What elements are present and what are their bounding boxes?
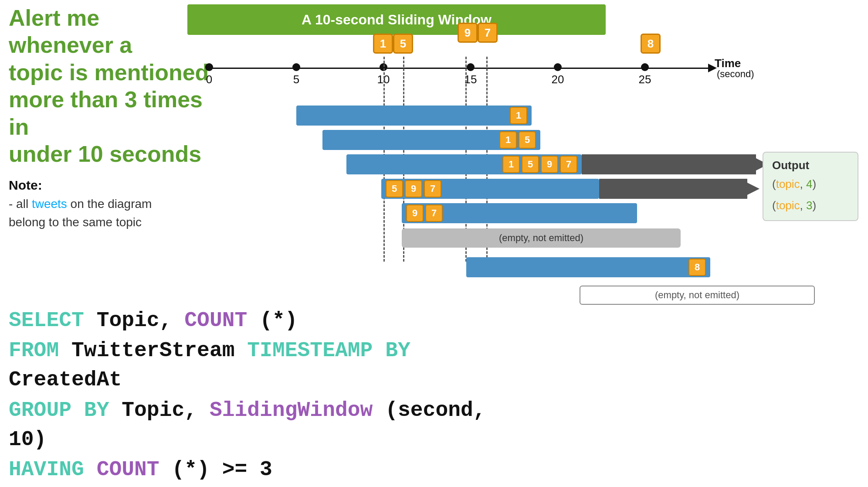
tweets-highlight: tweets — [32, 197, 67, 211]
bar-badge-9c: 9 — [406, 204, 424, 222]
empty-label-2: (empty, not emitted) — [580, 286, 815, 305]
window-bar-row3-blue: 1 5 9 7 — [346, 154, 582, 174]
alert-text: Alert me whenever a topic is mentioned m… — [9, 4, 209, 167]
output-panel: Output (topic, 4) (topic, 3) — [763, 152, 858, 221]
window-bar-row3-dark — [582, 154, 756, 174]
tick-dot-20 — [554, 63, 562, 71]
bar-badge-5b: 5 — [522, 156, 539, 173]
bar-badge-5a: 5 — [519, 131, 536, 149]
alert-line3: more than 3 times in — [9, 87, 203, 139]
bar-badge-9b: 9 — [405, 180, 422, 198]
alert-line4: under 10 seconds — [9, 141, 201, 167]
output-title: Output — [772, 159, 849, 172]
bar-badge-1a: 1 — [510, 107, 527, 124]
note-label: Note: — [9, 178, 42, 192]
empty-label-1: (empty, not emitted) — [402, 228, 681, 248]
timeline-line — [209, 68, 710, 69]
output-item-4: (topic, 4) — [772, 177, 849, 191]
output-item-3: (topic, 3) — [772, 199, 849, 212]
sql-line-3: GROUP BY Topic, SlidingWindow (second, 1… — [9, 396, 488, 454]
sql-sliding: SlidingWindow — [210, 398, 373, 422]
sql-select: SELECT — [9, 309, 84, 332]
tick-label-25: 25 — [639, 73, 651, 86]
bar-badge-8: 8 — [688, 259, 706, 276]
event-badge-5: 5 — [393, 34, 413, 54]
bar4-arrow — [747, 183, 760, 195]
bar-badge-1c: 1 — [502, 156, 520, 173]
sql-line-1: SELECT Topic, COUNT (*) — [9, 306, 488, 335]
tick-dot-5 — [292, 63, 300, 71]
sql-area: SELECT Topic, COUNT (*) FROM TwitterStre… — [9, 305, 488, 485]
window-bar-row4-dark — [599, 179, 747, 199]
event-badge-1: 1 — [373, 34, 393, 54]
sql-line-4: HAVING COUNT (*) >= 3 — [9, 455, 488, 484]
sql-count-1: COUNT — [184, 309, 247, 332]
window-bar-row1: 1 — [296, 106, 532, 126]
sql-count-2: COUNT — [97, 458, 159, 481]
note-section: Note: - all tweets on the diagram belong… — [9, 175, 209, 232]
window-bar-row3-container: 1 5 9 7 (topic, 4) — [346, 154, 821, 174]
tick-dot-0 — [205, 63, 213, 71]
sql-having: HAVING — [9, 458, 84, 481]
sql-timestamp: TIMESTEAMP BY — [247, 339, 410, 362]
event-badge-9: 9 — [458, 23, 478, 43]
sql-topic-1: Topic, — [97, 309, 185, 332]
sql-topic-2: Topic, — [122, 398, 210, 422]
diagram-area: A 10-second Sliding Window Time (second)… — [187, 0, 868, 305]
sql-from: FROM — [9, 339, 59, 362]
bar-badge-9a: 9 — [541, 156, 558, 173]
header-bar: A 10-second Sliding Window — [187, 4, 606, 35]
bar-badge-5c: 5 — [386, 180, 403, 198]
event-badge-8: 8 — [641, 34, 661, 54]
bar-badge-7c: 7 — [425, 204, 443, 222]
window-bar-row5: 9 7 — [402, 203, 637, 223]
timeline-container: Time (second) 0 5 10 15 20 25 1 5 9 7 8 — [209, 59, 732, 85]
window-bar-row7: 8 — [466, 257, 710, 277]
tick-dot-15 — [467, 63, 475, 71]
window-bar-row4-container: 5 9 7 (topic, 3) — [381, 179, 812, 199]
sql-line-2: FROM TwitterStream TIMESTEAMP BY Created… — [9, 336, 488, 395]
sql-createdat: CreatedAt — [9, 368, 122, 392]
window-bar-row2: 1 5 — [322, 130, 540, 150]
tick-label-0: 0 — [206, 73, 212, 86]
left-panel: Alert me whenever a topic is mentioned m… — [9, 4, 209, 232]
bar-badge-7a: 7 — [560, 156, 577, 173]
bar-badge-1b: 1 — [499, 131, 517, 149]
sql-twitter: TwitterStream — [71, 339, 247, 362]
sql-having-cond: (*) >= 3 — [172, 458, 272, 481]
tick-label-20: 20 — [552, 73, 564, 86]
tick-dot-25 — [641, 63, 649, 71]
alert-line2: topic is mentioned — [9, 60, 209, 85]
time-sublabel: (second) — [717, 68, 754, 80]
window-bar-row4-blue: 5 9 7 — [381, 179, 599, 199]
sql-groupby: GROUP BY — [9, 398, 109, 422]
tick-label-5: 5 — [293, 73, 299, 86]
bar-badge-7b: 7 — [424, 180, 441, 198]
event-badge-7a: 7 — [478, 23, 498, 43]
sql-count-args-1: (*) — [260, 309, 297, 332]
alert-line1: Alert me whenever a — [9, 5, 132, 58]
